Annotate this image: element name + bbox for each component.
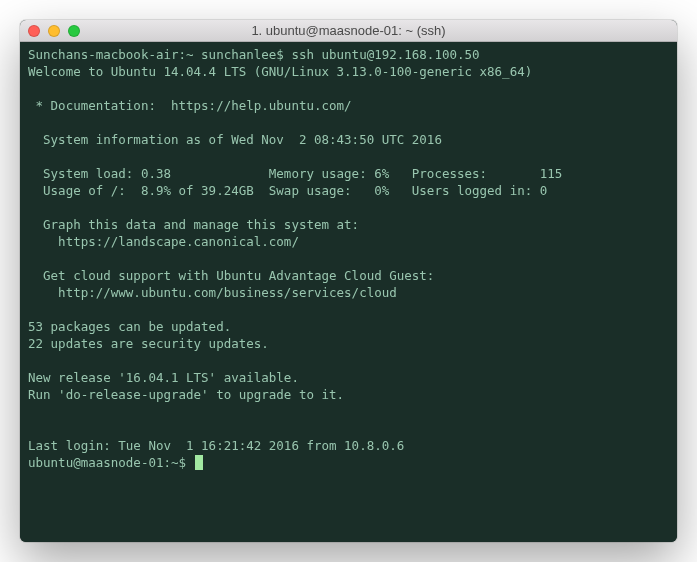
title-bar[interactable]: 1. ubuntu@maasnode-01: ~ (ssh)	[20, 20, 677, 42]
terminal-body[interactable]: Sunchans-macbook-air:~ sunchanlee$ ssh u…	[20, 42, 677, 542]
terminal-line: https://landscape.canonical.com/	[28, 234, 299, 249]
terminal-window: 1. ubuntu@maasnode-01: ~ (ssh) Sunchans-…	[20, 20, 677, 542]
terminal-line: 22 updates are security updates.	[28, 336, 269, 351]
terminal-line: 53 packages can be updated.	[28, 319, 231, 334]
prompt-line: ubuntu@maasnode-01:~$	[28, 454, 669, 471]
minimize-button[interactable]	[48, 25, 60, 37]
terminal-line: New release '16.04.1 LTS' available.	[28, 370, 299, 385]
terminal-line: Last login: Tue Nov 1 16:21:42 2016 from…	[28, 438, 404, 453]
cursor	[195, 455, 203, 470]
terminal-line: Usage of /: 8.9% of 39.24GB Swap usage: …	[28, 183, 547, 198]
terminal-line: Graph this data and manage this system a…	[28, 217, 359, 232]
terminal-line: System load: 0.38 Memory usage: 6% Proce…	[28, 166, 562, 181]
terminal-line: Run 'do-release-upgrade' to upgrade to i…	[28, 387, 344, 402]
traffic-lights	[28, 25, 80, 37]
close-button[interactable]	[28, 25, 40, 37]
terminal-line: http://www.ubuntu.com/business/services/…	[28, 285, 397, 300]
window-title: 1. ubuntu@maasnode-01: ~ (ssh)	[20, 23, 677, 38]
terminal-line: * Documentation: https://help.ubuntu.com…	[28, 98, 352, 113]
terminal-line: Welcome to Ubuntu 14.04.4 LTS (GNU/Linux…	[28, 64, 532, 79]
prompt: ubuntu@maasnode-01:~$	[28, 454, 194, 471]
maximize-button[interactable]	[68, 25, 80, 37]
terminal-line: Get cloud support with Ubuntu Advantage …	[28, 268, 434, 283]
terminal-line: Sunchans-macbook-air:~ sunchanlee$ ssh u…	[28, 47, 480, 62]
terminal-line: System information as of Wed Nov 2 08:43…	[28, 132, 442, 147]
